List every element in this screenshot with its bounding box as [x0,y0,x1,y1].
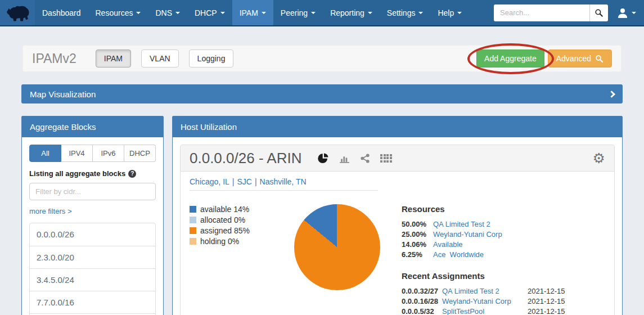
location-link[interactable]: Chicago, IL [190,177,229,186]
nav-label: DHCP [195,8,217,17]
pie-view-button[interactable] [317,152,329,164]
assignment-row: 0.0.0.16/28Weyland-Yutani Corp2021-12-15 [402,297,565,305]
tab-dhcp[interactable]: DHCP [124,145,156,162]
ipam-toolbar: IPAMv2 IPAM VLAN Logging Add Aggregate A… [22,45,622,72]
assignment-date: 2021-12-15 [528,297,565,305]
caret-down-icon [632,12,636,14]
tab-ipv6[interactable]: IPv6 [93,145,124,162]
advanced-label: Advanced [556,54,591,63]
assignment-cidr: 0.0.0.16/28 [402,297,442,305]
list-item[interactable]: 0.0.0.0/26 [30,223,155,246]
search-button[interactable] [589,4,608,21]
list-item[interactable]: 3.4.5.0/24 [30,268,155,291]
nav-label: Resources [96,8,133,17]
aggregate-blocks-header: Aggregate Blocks [22,116,163,137]
map-visualization-bar[interactable]: Map Visualization [21,84,623,104]
pie-chart-icon [317,152,329,164]
legend-row: available 14% [190,205,268,214]
tab-logging-button[interactable]: Logging [189,50,234,68]
more-filters-link[interactable]: more filters > [29,207,72,215]
legend-row: allocated 0% [190,215,268,224]
resources-title: Resources [402,204,565,214]
location-links: Chicago, IL|SJC|Nashville, TN [190,177,378,191]
caret-down-icon [220,12,225,14]
caret-down-icon [418,12,423,14]
share-button[interactable] [360,153,371,164]
caret-down-icon [368,12,372,14]
resource-link[interactable]: Ace Worldwide [433,250,484,259]
user-menu[interactable] [617,7,636,19]
recent-assignments-title: Recent Assignments [402,271,565,281]
gear-icon[interactable]: ⚙ [593,151,605,165]
legend-swatch-available [190,206,196,213]
nav-label: IPAM [240,8,258,17]
resource-link[interactable]: QA Limited Test 2 [433,220,490,228]
nav-dashboard[interactable]: Dashboard [35,0,88,25]
chevron-right-icon [608,91,615,98]
host-utilization-panel: Host Utilization 0.0.0.0/26 - ARIN [172,116,623,315]
tab-vlan-button[interactable]: VLAN [141,50,179,68]
nav-help[interactable]: Help [430,0,469,25]
assignment-link[interactable]: SplitTestPool [442,307,528,315]
assignment-cidr: 0.0.0.32/27 [402,287,442,295]
nav-label: Help [438,8,454,17]
nav-reporting[interactable]: Reporting [323,0,380,25]
map-visualization-label: Map Visualization [30,89,96,99]
grid-view-button[interactable] [380,154,392,163]
assignment-link[interactable]: QA Limited Test 2 [442,287,528,295]
nav-dhcp[interactable]: DHCP [187,0,232,25]
location-link[interactable]: Nashville, TN [260,177,307,186]
tab-ipv4[interactable]: IPV4 [61,145,93,162]
grid-icon [380,154,392,163]
nav-settings[interactable]: Settings [380,0,431,25]
resource-row: 25.00%Weyland-Yutani Corp [402,230,565,238]
add-aggregate-button[interactable]: Add Aggregate [476,50,544,68]
pipe-separator: | [232,177,235,186]
assignment-date: 2021-12-15 [528,287,565,295]
top-navbar: Dashboard Resources DNS DHCP IPAM Peerin… [0,0,644,26]
advanced-search-button[interactable]: Advanced [548,50,612,68]
aggregate-blocks-panel: Aggregate Blocks All IPV4 IPv6 DHCP List… [21,116,164,315]
rhino-icon [4,2,30,24]
nav-resources[interactable]: Resources [88,0,148,25]
cidr-filter-input[interactable] [29,183,156,200]
caret-down-icon [175,12,180,14]
resource-pct: 25.00% [402,230,433,238]
pie-chart [294,204,380,290]
aggregate-filter-tabs: All IPV4 IPv6 DHCP [29,145,156,162]
caret-down-icon [457,12,462,14]
bar-chart-icon [339,152,350,164]
resource-link[interactable]: Available [433,240,463,249]
search-icon [595,55,604,63]
block-title: 0.0.0.0/26 - ARIN [190,150,301,167]
bar-chart-view-button[interactable] [339,152,350,164]
tab-ipam-button[interactable]: IPAM [96,50,131,68]
legend-swatch-holding [190,238,196,245]
legend-swatch-assigned [190,227,196,234]
assignment-date: 2021-12-15 [528,307,565,315]
nav-label: Peering [281,8,308,17]
tab-all[interactable]: All [29,145,61,162]
list-item[interactable]: 7.7.0.0/16 [30,291,155,313]
resource-pct: 50.00% [402,220,433,228]
nav-peering[interactable]: Peering [273,0,323,25]
resource-row: 50.00%QA Limited Test 2 [402,220,565,228]
legend-row: assigned 85% [190,226,268,235]
nav-ipam[interactable]: IPAM [232,0,273,25]
nav-dns[interactable]: DNS [148,0,187,25]
search-input[interactable] [494,4,589,21]
assignment-link[interactable]: Weyland-Yutani Corp [442,297,528,305]
listing-label: Listing all aggregate blocks [29,169,125,178]
list-item[interactable]: 2.3.0.0/20 [30,246,155,268]
logo-rhino[interactable] [0,0,35,25]
legend-row: holding 0% [190,237,268,246]
legend-label: holding 0% [200,237,239,246]
page-title: IPAMv2 [32,51,76,66]
caret-down-icon [262,12,266,14]
help-icon[interactable]: ? [128,170,136,178]
resource-link[interactable]: Weyland-Yutani Corp [433,230,502,238]
legend-label: assigned 85% [200,226,250,235]
user-icon [617,7,628,19]
aggregate-block-list: 0.0.0.0/26 2.3.0.0/20 3.4.5.0/24 7.7.0.0… [29,223,156,315]
location-link[interactable]: SJC [237,177,251,186]
